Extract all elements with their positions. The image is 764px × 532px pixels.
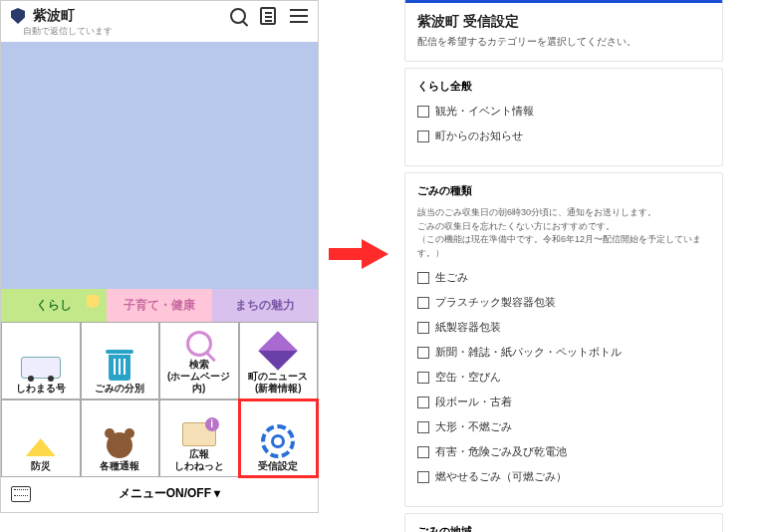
checkbox-icon: [417, 397, 429, 408]
checkbox-kan[interactable]: 空缶・空びん: [417, 370, 710, 385]
category-tabs: くらし 子育て・健康 まちの魅力: [1, 289, 318, 322]
checkbox-label: 段ボール・古着: [435, 395, 512, 409]
checkbox-namagomi[interactable]: 生ごみ: [417, 270, 710, 285]
checkbox-ogata[interactable]: 大形・不燃ごみ: [417, 419, 710, 434]
menu-tsuho[interactable]: 各種通報: [81, 399, 160, 477]
checkbox-label: プラスチック製容器包装: [435, 295, 556, 310]
checkbox-icon: [417, 272, 429, 284]
hero-area: [1, 42, 318, 289]
menu-label: 各種通報: [100, 460, 139, 472]
magnifier-icon: [186, 331, 212, 357]
section-title: ごみの地域: [417, 524, 710, 532]
book-icon: [182, 422, 216, 446]
search-icon[interactable]: [230, 8, 246, 24]
checkbox-icon: [417, 421, 429, 433]
app-title: 紫波町: [33, 7, 75, 25]
checkbox-label: 空缶・空びん: [435, 370, 501, 385]
tab-machi[interactable]: まちの魅力: [212, 289, 318, 322]
bus-icon: [21, 357, 61, 379]
checkbox-icon: [417, 322, 429, 334]
section-title: くらし全般: [417, 79, 710, 94]
keyboard-icon[interactable]: [11, 486, 31, 502]
tab-kosodate[interactable]: 子育て・健康: [107, 289, 212, 322]
checkbox-label: 新聞・雑誌・紙パック・ペットボトル: [435, 345, 622, 360]
checkbox-plastic[interactable]: プラスチック製容器包装: [417, 295, 710, 310]
note-line: ごみの収集日を忘れたくない方におすすめです。: [417, 220, 710, 234]
diamond-icon: [258, 331, 298, 371]
trash-icon: [109, 355, 130, 381]
menu-news[interactable]: 町のニュース (新着情報): [239, 322, 319, 399]
checkbox-icon: [417, 471, 429, 483]
arrow-right: [319, 239, 398, 269]
section-gomi-type: ごみの種類 該当のごみ収集日の朝6時30分頃に、通知をお送りします。 ごみの収集…: [404, 172, 723, 507]
checkbox-icon: [417, 131, 429, 142]
menu-gomi[interactable]: ごみの分別: [81, 322, 160, 399]
menu-label: 受信設定: [258, 460, 298, 472]
checkbox-icon: [417, 446, 429, 458]
menu-label: 検索 (ホームページ内): [162, 359, 236, 395]
note-line: 該当のごみ収集日の朝6時30分頃に、通知をお送りします。: [417, 206, 710, 220]
menu-label: 町のニュース (新着情報): [248, 371, 308, 395]
settings-header-card: 紫波町 受信設定 配信を希望するカテゴリーを選択してください。: [404, 0, 723, 62]
settings-subtitle: 配信を希望するカテゴリーを選択してください。: [417, 35, 710, 49]
menu-search[interactable]: 検索 (ホームページ内): [159, 322, 239, 399]
phone-app: 紫波町 自動で返信しています くらし 子育て・健康 まちの魅力 しわまる号 ごみ…: [0, 0, 319, 513]
menu-label: 防災: [31, 460, 51, 472]
checkbox-shinbun[interactable]: 新聞・雑誌・紙パック・ペットボトル: [417, 345, 710, 360]
section-gomi-chiiki: ごみの地域 日詰 古館: [404, 513, 723, 532]
checkbox-icon: [417, 347, 429, 359]
bear-icon: [107, 432, 132, 458]
menu-shiwamaru[interactable]: しわまる号: [1, 322, 81, 399]
menu-koho[interactable]: 広報 しわねっと: [159, 399, 239, 477]
gear-icon: [261, 424, 295, 458]
note-line: （この機能は現在準備中です。令和6年12月〜配信開始を予定しています。）: [417, 233, 710, 260]
checkbox-icon: [417, 372, 429, 384]
checkbox-danboru[interactable]: 段ボール・古着: [417, 395, 710, 409]
tab-kurashi[interactable]: くらし: [1, 289, 107, 322]
menu-toggle[interactable]: メニューON/OFF ▾: [119, 485, 221, 502]
shield-icon: [11, 8, 25, 24]
checkbox-label: 大形・不燃ごみ: [435, 419, 512, 434]
section-note: 該当のごみ収集日の朝6時30分頃に、通知をお送りします。 ごみの収集日を忘れたく…: [417, 206, 710, 260]
phone-header: 紫波町: [1, 1, 318, 27]
section-kurashi-general: くらし全般 観光・イベント情報 町からのお知らせ: [404, 68, 723, 166]
menu-grid: しわまる号 ごみの分別 検索 (ホームページ内) 町のニュース (新着情報) 防…: [1, 322, 318, 477]
checkbox-kami[interactable]: 紙製容器包装: [417, 320, 710, 335]
settings-title: 紫波町 受信設定: [417, 13, 710, 31]
checkbox-icon: [417, 297, 429, 309]
menu-bosai[interactable]: 防災: [1, 399, 81, 477]
settings-panel: 紫波町 受信設定 配信を希望するカテゴリーを選択してください。 くらし全般 観光…: [404, 0, 723, 532]
checkbox-label: 観光・イベント情報: [435, 104, 534, 119]
checkbox-label: 有害・危険ごみ及び乾電池: [435, 444, 567, 459]
list-icon[interactable]: [260, 7, 276, 25]
checkbox-yugai[interactable]: 有害・危険ごみ及び乾電池: [417, 444, 710, 459]
arrow-icon: [329, 239, 388, 269]
menu-label: 広報 しわねっと: [174, 448, 224, 472]
checkbox-icon: [417, 106, 429, 118]
menu-label: しわまる号: [16, 383, 66, 395]
menu-jushin-settei[interactable]: 受信設定: [239, 399, 319, 477]
helmet-icon: [26, 438, 56, 456]
checkbox-kanko[interactable]: 観光・イベント情報: [417, 104, 710, 119]
checkbox-label: 紙製容器包装: [435, 320, 501, 335]
checkbox-oshirase[interactable]: 町からのお知らせ: [417, 129, 710, 143]
hamburger-icon[interactable]: [290, 15, 308, 17]
checkbox-label: 燃やせるごみ（可燃ごみ）: [435, 469, 567, 484]
checkbox-label: 町からのお知らせ: [435, 129, 523, 143]
checkbox-moyaseru[interactable]: 燃やせるごみ（可燃ごみ）: [417, 469, 710, 484]
menu-label: ごみの分別: [95, 383, 144, 395]
app-subtitle: 自動で返信しています: [23, 25, 318, 38]
checkbox-label: 生ごみ: [435, 270, 468, 285]
section-title: ごみの種類: [417, 183, 710, 198]
phone-footer: メニューON/OFF ▾: [1, 477, 318, 512]
